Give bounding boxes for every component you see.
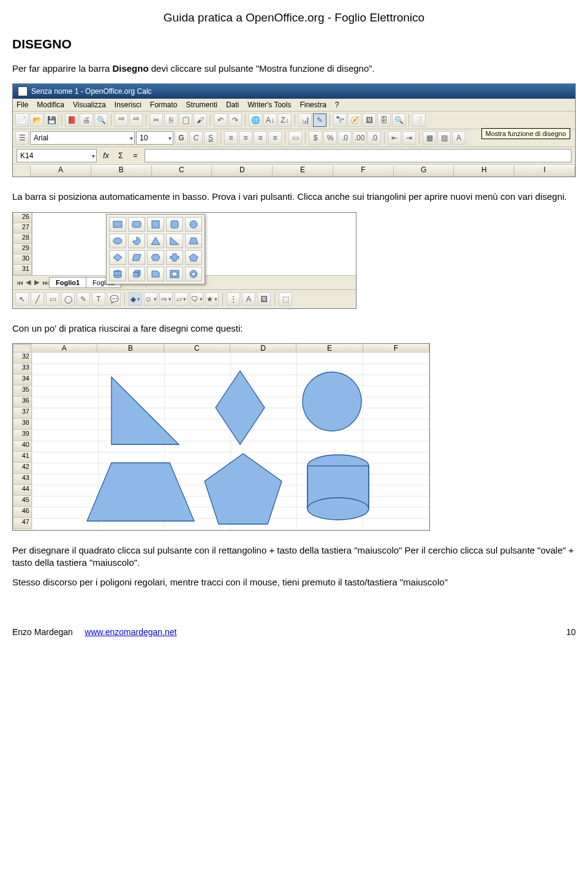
pdf-export-icon[interactable]: 📕 [65,113,78,127]
col-C[interactable]: C [152,166,213,177]
col-B[interactable]: B [91,166,152,177]
paste-icon[interactable]: 📋 [179,113,192,127]
row-35[interactable]: 35 [13,386,32,397]
freeform-tool-icon[interactable]: ✎ [77,292,90,306]
shape-hexagon-icon[interactable] [147,250,164,265]
callout-shapes-dropdown-icon[interactable]: 🗨 [190,292,203,306]
col-B[interactable]: B [97,344,164,352]
col-H[interactable]: H [454,166,514,177]
row-47[interactable]: 47 [13,518,32,529]
undo-icon[interactable]: ↶ [214,113,227,127]
row-41[interactable]: 41 [13,452,32,463]
flowchart-shapes-dropdown-icon[interactable]: ▱ [175,292,188,306]
gallery-icon[interactable]: 🖼 [363,113,376,127]
col-F[interactable]: F [333,166,394,177]
arrow-shapes-dropdown-icon[interactable]: ⇨ [159,292,173,306]
shape-parallelogram-icon[interactable] [128,250,145,265]
menu-dati[interactable]: Dati [226,101,239,109]
symbol-shapes-dropdown-icon[interactable]: ☺ [144,292,157,306]
equals-icon[interactable]: = [130,151,141,160]
format-paint-icon[interactable]: 🖌 [194,113,207,127]
row-38[interactable]: 38 [13,419,32,430]
underline-icon[interactable]: S [204,131,217,145]
row-46[interactable]: 46 [13,507,32,518]
chart-icon[interactable]: 📊 [298,113,312,127]
formula-input[interactable] [145,149,571,162]
row-43[interactable]: 43 [13,474,32,485]
rect-tool-icon[interactable]: ▭ [46,292,59,306]
fx-icon[interactable]: fx [100,151,111,160]
sum-icon[interactable]: Σ [115,151,126,160]
row-31[interactable]: 31 [13,265,32,275]
shape-oval-icon[interactable] [109,234,126,248]
menu-visualizza[interactable]: Visualizza [73,101,106,109]
text-tool-icon[interactable]: T [92,292,105,306]
shape-round-square-icon[interactable] [166,217,183,232]
percent-icon[interactable]: % [323,131,337,145]
tab-first-icon[interactable]: ⏮ [15,279,24,286]
find-icon[interactable]: 🔭 [333,113,347,127]
tab-last-icon[interactable]: ⏭ [41,279,50,286]
del-decimal-icon[interactable]: .0 [368,131,381,145]
save-icon[interactable]: 💾 [45,113,58,127]
row-45[interactable]: 45 [13,496,32,507]
fontsize-combo[interactable]: 10 [136,131,173,145]
row-42[interactable]: 42 [13,463,32,474]
autospell-icon[interactable]: ᴬᴮ [129,113,143,127]
shape-frame-icon[interactable] [166,267,183,281]
col-C[interactable]: C [164,344,230,352]
shape-round-rect-icon[interactable] [128,217,145,232]
points-edit-icon[interactable]: ⋮ [227,292,240,306]
row-44[interactable]: 44 [13,485,32,496]
extrude-icon[interactable]: ⬚ [279,292,292,306]
open-icon[interactable]: 📂 [30,113,43,127]
bgcolor-icon[interactable]: ▨ [437,131,451,145]
print-icon[interactable]: 🖨 [80,113,93,127]
shape-right-triangle-icon[interactable] [166,234,183,248]
row-36[interactable]: 36 [13,397,32,408]
menu-formato[interactable]: Formato [150,101,178,109]
show-draw-functions-icon[interactable]: ✎ [313,113,326,127]
merge-cells-icon[interactable]: ▭ [288,131,302,145]
menu-strumenti[interactable]: Strumenti [186,101,217,109]
help-icon[interactable]: ❔ [412,113,426,127]
row-27[interactable]: 27 [13,223,32,234]
redo-icon[interactable]: ↷ [228,113,242,127]
menu-help[interactable]: ? [335,101,339,109]
row-30[interactable]: 30 [13,254,32,265]
menu-inserisci[interactable]: Inserisci [115,101,141,109]
col-D[interactable]: D [212,166,273,177]
line-tool-icon[interactable]: ╱ [31,292,44,306]
dec-indent-icon[interactable]: ⇤ [388,131,401,145]
row-33[interactable]: 33 [13,364,32,375]
shape-pie-icon[interactable] [128,234,145,248]
row-34[interactable]: 34 [13,375,32,386]
add-decimal-icon[interactable]: .00 [353,131,366,145]
shape-square-icon[interactable] [147,217,164,232]
navigator-icon[interactable]: 🧭 [348,113,361,127]
preview-icon[interactable]: 🔍 [94,113,108,127]
cut-icon[interactable]: ✂ [149,113,163,127]
tab-next-icon[interactable]: ▶ [32,278,41,286]
new-doc-icon[interactable]: 📄 [15,113,29,127]
row-29[interactable]: 29 [13,244,32,254]
callout-tool-icon[interactable]: 💬 [107,292,121,306]
copy-icon[interactable]: ⎘ [164,113,178,127]
bold-icon[interactable]: G [175,131,188,145]
spellcheck-icon[interactable]: ᴬᴮ [115,113,128,127]
shape-plus-icon[interactable] [166,250,183,265]
datasources-icon[interactable]: 🗄 [377,113,391,127]
col-G[interactable]: G [394,166,454,177]
col-D[interactable]: D [230,344,296,352]
styles-icon[interactable]: ☰ [15,131,29,145]
currency-icon[interactable]: $ [309,131,322,145]
tab-foglio1[interactable]: Foglio1 [49,277,86,288]
inc-indent-icon[interactable]: ⇥ [402,131,416,145]
shape-rect-icon[interactable] [109,217,126,232]
col-E[interactable]: E [273,166,333,177]
sort-asc-icon[interactable]: A↓ [263,113,277,127]
col-E[interactable]: E [296,344,363,352]
number-std-icon[interactable]: .0 [338,131,352,145]
align-right-icon[interactable]: ≡ [254,131,267,145]
row-37[interactable]: 37 [13,408,32,419]
